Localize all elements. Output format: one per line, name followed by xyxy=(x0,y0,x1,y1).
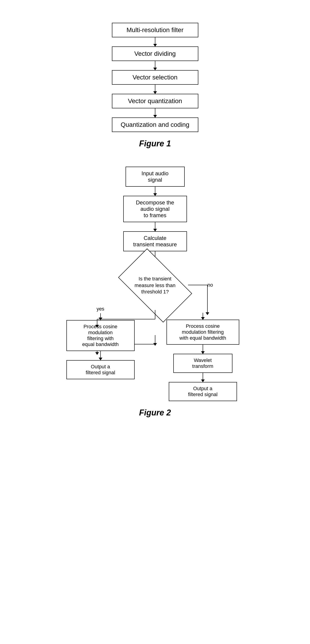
figure2-section: Input audio signal Decompose the audio s… xyxy=(18,167,292,418)
figure2-flowchart-container: Input audio signal Decompose the audio s… xyxy=(53,167,258,401)
arrow-yes xyxy=(100,313,101,320)
box-vector-dividing: Vector dividing xyxy=(112,46,198,61)
arrow2 xyxy=(155,61,155,70)
box-decompose: Decompose the audio signal to frames xyxy=(123,196,187,222)
box-quantization-coding: Quantization and coding xyxy=(112,118,198,132)
arrow-f2-1 xyxy=(155,187,155,196)
box-wavelet: Wavelet transform xyxy=(173,354,233,373)
arrow-f2-2 xyxy=(155,222,155,231)
box-vector-selection: Vector selection xyxy=(112,70,198,85)
figure1-flowchart: Multi-resolution filter Vector dividing … xyxy=(112,23,198,132)
arrow3 xyxy=(155,85,155,94)
arrow-right-3 xyxy=(203,373,203,382)
arrow-left-2 xyxy=(100,351,101,360)
figure1-caption: Figure 1 xyxy=(139,139,171,148)
box-left-cosine: Process cosine modulation filtering with… xyxy=(66,320,135,351)
two-branch-row: yes Process cosine modulation filtering … xyxy=(53,306,258,401)
right-branch: Process cosine modulation filtering with… xyxy=(148,313,258,401)
box-right-output: Output a filtered signal xyxy=(169,382,237,401)
left-branch: yes Process cosine modulation filtering … xyxy=(53,306,148,379)
box-left-output: Output a filtered signal xyxy=(66,360,135,379)
diamond-text: Is the transient measure less than thres… xyxy=(132,276,178,295)
label-no: no xyxy=(207,282,213,288)
page: Multi-resolution filter Vector dividing … xyxy=(0,0,310,449)
arrow-right-2 xyxy=(203,345,203,354)
diamond-wrap: Is the transient measure less than thres… xyxy=(119,263,192,308)
box-vector-quantization: Vector quantization xyxy=(112,94,198,108)
box-input-audio: Input audio signal xyxy=(126,167,185,187)
box-multi-resolution: Multi-resolution filter xyxy=(112,23,198,37)
figure1-section: Multi-resolution filter Vector dividing … xyxy=(18,14,292,148)
arrow-no-down xyxy=(203,313,203,320)
diamond-container: Is the transient measure less than thres… xyxy=(53,260,258,310)
box-calculate: Calculate transient measure xyxy=(123,231,187,251)
arrow1 xyxy=(155,37,155,46)
arrow4 xyxy=(155,108,155,118)
box-right-cosine: Process cosine modulation filtering with… xyxy=(166,320,239,345)
figure2-caption: Figure 2 xyxy=(139,408,171,418)
figure2-top-flow: Input audio signal Decompose the audio s… xyxy=(53,167,258,310)
